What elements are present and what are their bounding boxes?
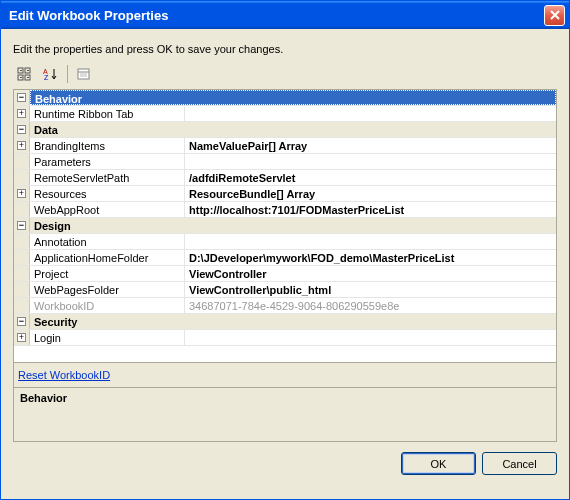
window-title: Edit Workbook Properties <box>9 8 544 23</box>
title-bar: Edit Workbook Properties <box>1 1 569 29</box>
category-security[interactable]: − Security <box>14 314 556 330</box>
categorized-button[interactable] <box>13 63 37 85</box>
expand-icon[interactable]: + <box>17 189 26 198</box>
prop-remote-servlet-path[interactable]: RemoteServletPath /adfdiRemoteServlet <box>14 170 556 186</box>
prop-branding-items[interactable]: + BrandingItems NameValuePair[] Array <box>14 138 556 154</box>
property-pages-button[interactable] <box>72 63 96 85</box>
alphabetical-button[interactable]: A Z <box>39 63 63 85</box>
prop-resources[interactable]: + Resources ResourceBundle[] Array <box>14 186 556 202</box>
prop-web-app-root[interactable]: WebAppRoot http://localhost:7101/FODMast… <box>14 202 556 218</box>
close-button[interactable] <box>544 5 565 26</box>
prop-web-pages-folder[interactable]: WebPagesFolder ViewController\public_htm… <box>14 282 556 298</box>
category-behavior[interactable]: − Behavior <box>14 90 556 106</box>
collapse-icon[interactable]: − <box>17 317 26 326</box>
expand-icon[interactable]: + <box>17 109 26 118</box>
collapse-icon[interactable]: − <box>17 221 26 230</box>
description-pane: Behavior <box>13 388 557 442</box>
prop-parameters[interactable]: Parameters <box>14 154 556 170</box>
category-data[interactable]: − Data <box>14 122 556 138</box>
prop-application-home-folder[interactable]: ApplicationHomeFolder D:\JDeveloper\mywo… <box>14 250 556 266</box>
prop-project[interactable]: Project ViewController <box>14 266 556 282</box>
instruction-text: Edit the properties and press OK to save… <box>13 43 557 55</box>
prop-annotation[interactable]: Annotation <box>14 234 556 250</box>
property-toolbar: A Z <box>13 63 557 85</box>
ok-button[interactable]: OK <box>401 452 476 475</box>
collapse-icon[interactable]: − <box>17 125 26 134</box>
prop-workbook-id[interactable]: WorkbookID 34687071-784e-4529-9064-80629… <box>14 298 556 314</box>
close-icon <box>550 10 560 20</box>
alphabetical-icon: A Z <box>43 67 59 81</box>
property-grid[interactable]: − Behavior + Runtime Ribbon Tab − Data +… <box>13 89 557 363</box>
commands-pane: Reset WorkbookID <box>13 363 557 388</box>
svg-text:Z: Z <box>44 74 49 81</box>
category-design[interactable]: − Design <box>14 218 556 234</box>
expand-icon[interactable]: + <box>17 333 26 342</box>
prop-runtime-ribbon-tab[interactable]: + Runtime Ribbon Tab <box>14 106 556 122</box>
property-pages-icon <box>76 67 92 81</box>
expand-icon[interactable]: + <box>17 141 26 150</box>
collapse-icon[interactable]: − <box>17 93 26 102</box>
reset-workbook-id-link[interactable]: Reset WorkbookID <box>18 369 110 381</box>
description-title: Behavior <box>20 392 67 404</box>
categorized-icon <box>17 67 33 81</box>
cancel-button[interactable]: Cancel <box>482 452 557 475</box>
prop-login[interactable]: + Login <box>14 330 556 346</box>
